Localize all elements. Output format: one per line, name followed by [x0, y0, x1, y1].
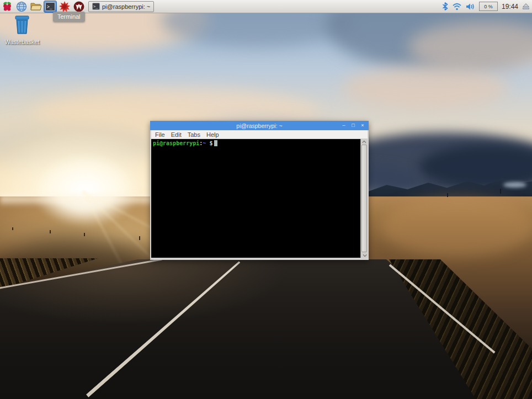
terminal-launcher-icon[interactable]: >_ [44, 1, 57, 13]
taskbar-launchers: >_ >_ pi@raspberrypi: [0, 0, 154, 13]
window-button-label: pi@raspberrypi: ~ [102, 3, 150, 10]
close-button[interactable]: × [360, 123, 365, 128]
snowcap [503, 182, 526, 188]
terminal-window: pi@raspberrypi: ~ – □ × File Edit Tabs H… [150, 121, 369, 260]
svg-text:>_: >_ [47, 4, 52, 9]
power-pole [500, 189, 501, 194]
svg-text:>_: >_ [93, 4, 98, 9]
taskbar-tray: 0 % 19:44 [442, 2, 532, 11]
terminal-tooltip: Terminal [53, 12, 85, 22]
cpu-monitor[interactable]: 0 % [479, 2, 498, 11]
window-terminal-icon: >_ [92, 3, 100, 10]
mathematica-icon[interactable] [58, 1, 71, 13]
eject-icon[interactable] [522, 3, 530, 10]
web-browser-icon[interactable] [15, 1, 28, 13]
wastebasket-label: Wastebasket [4, 39, 40, 45]
minimize-button[interactable]: – [341, 123, 347, 128]
sun [33, 155, 138, 226]
scroll-up-arrow-icon[interactable] [361, 139, 368, 145]
power-pole [447, 193, 448, 197]
terminal-scrollbar[interactable] [360, 139, 368, 258]
terminal-window-title: pi@raspberrypi: ~ [150, 123, 369, 129]
cloud [342, 66, 508, 110]
volume-icon[interactable] [466, 3, 475, 10]
menu-raspberry-icon[interactable] [1, 1, 14, 13]
wolfram-icon[interactable] [72, 1, 86, 13]
menu-tabs[interactable]: Tabs [188, 131, 200, 138]
prompt-user-host: pi@raspberrypi [153, 140, 199, 146]
terminal-menubar: File Edit Tabs Help [151, 130, 368, 139]
maximize-button[interactable]: □ [350, 123, 356, 128]
fence-post [84, 233, 85, 236]
fence-post [50, 230, 51, 233]
menu-file[interactable]: File [155, 131, 165, 138]
cpu-usage-label: 0 % [484, 4, 493, 9]
menu-edit[interactable]: Edit [171, 131, 182, 138]
prompt-path: ~ [203, 140, 206, 146]
window-controls: – □ × [341, 121, 365, 130]
shell-prompt: pi@raspberrypi:~ $ [151, 139, 368, 148]
terminal-titlebar[interactable]: pi@raspberrypi: ~ – □ × [150, 121, 369, 130]
scrollbar-thumb[interactable] [361, 145, 367, 252]
file-manager-icon[interactable] [29, 1, 42, 13]
field-sunlit [381, 196, 532, 257]
taskbar-window-button[interactable]: >_ pi@raspberrypi: ~ [88, 1, 154, 12]
scroll-down-arrow-icon[interactable] [361, 252, 368, 258]
bluetooth-icon[interactable] [442, 2, 448, 10]
wastebasket-icon [12, 14, 33, 35]
prompt-symbol: $ [209, 140, 212, 146]
text-cursor [214, 140, 217, 146]
wastebasket-desktop-icon[interactable]: Wastebasket [4, 14, 40, 45]
terminal-content[interactable]: pi@raspberrypi:~ $ [151, 139, 368, 258]
desktop-screen: Wastebasket [0, 0, 532, 399]
fence-post [12, 227, 13, 230]
taskbar-clock[interactable]: 19:44 [502, 3, 518, 10]
wifi-icon[interactable] [452, 3, 462, 10]
menu-help[interactable]: Help [206, 131, 219, 138]
fence-post [139, 236, 140, 240]
